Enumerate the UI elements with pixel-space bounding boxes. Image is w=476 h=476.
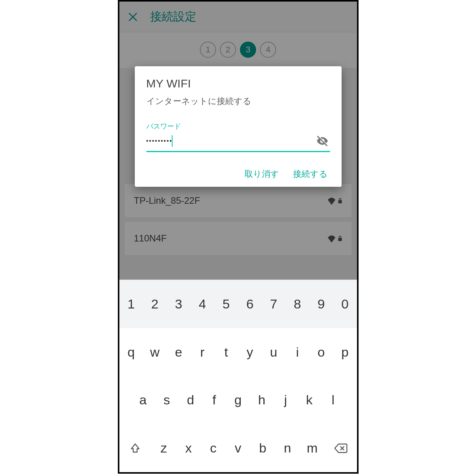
- key-d[interactable]: d: [179, 376, 203, 424]
- key-n[interactable]: n: [275, 424, 300, 472]
- list-item[interactable]: TP-Link_85-22F: [125, 184, 352, 217]
- key-x[interactable]: x: [176, 424, 201, 472]
- phone-frame: 接続設定 1 2 3 4 TP-Link_85-22F 110N4F: [118, 0, 359, 474]
- key-2[interactable]: 2: [143, 280, 167, 328]
- network-ssid: TP-Link_85-22F: [134, 195, 200, 206]
- key-u[interactable]: u: [262, 328, 286, 376]
- stepper: 1 2 3 4: [119, 32, 357, 68]
- key-y[interactable]: y: [238, 328, 262, 376]
- key-3[interactable]: 3: [167, 280, 191, 328]
- wifi-secured-icon: [326, 234, 342, 243]
- keyboard-row-mid: a s d f g h j k l: [119, 376, 357, 424]
- key-s[interactable]: s: [155, 376, 179, 424]
- key-v[interactable]: v: [226, 424, 250, 472]
- key-q[interactable]: q: [119, 328, 143, 376]
- password-field-row: •••••••••: [146, 133, 330, 152]
- key-e[interactable]: e: [167, 328, 191, 376]
- dialog-subtitle: インターネットに接続する: [146, 96, 330, 107]
- step-2: 2: [220, 42, 236, 58]
- key-z[interactable]: z: [151, 424, 176, 472]
- key-k[interactable]: k: [297, 376, 321, 424]
- svg-rect-3: [338, 238, 342, 241]
- soft-keyboard: 1 2 3 4 5 6 7 8 9 0 q w e r t y u i o p …: [119, 280, 357, 472]
- key-0[interactable]: 0: [333, 280, 357, 328]
- key-w[interactable]: w: [143, 328, 167, 376]
- password-input[interactable]: •••••••••: [146, 137, 173, 144]
- key-6[interactable]: 6: [238, 280, 262, 328]
- dialog-title: MY WIFI: [146, 77, 330, 90]
- key-r[interactable]: r: [191, 328, 215, 376]
- key-5[interactable]: 5: [214, 280, 238, 328]
- visibility-toggle-icon[interactable]: [315, 133, 330, 149]
- backspace-key[interactable]: [325, 443, 357, 454]
- svg-rect-2: [338, 200, 342, 203]
- key-f[interactable]: f: [202, 376, 226, 424]
- step-3: 3: [240, 42, 256, 58]
- key-j[interactable]: j: [274, 376, 298, 424]
- shift-key[interactable]: [119, 442, 152, 454]
- key-h[interactable]: h: [250, 376, 274, 424]
- connect-button[interactable]: 接続する: [293, 168, 328, 180]
- key-i[interactable]: i: [285, 328, 309, 376]
- key-b[interactable]: b: [250, 424, 275, 472]
- step-1: 1: [200, 42, 216, 58]
- key-7[interactable]: 7: [262, 280, 286, 328]
- text-caret: [172, 135, 173, 147]
- key-p[interactable]: p: [333, 328, 357, 376]
- list-item[interactable]: 110N4F: [125, 222, 352, 255]
- page-title: 接続設定: [150, 9, 196, 25]
- dialog-actions: 取り消す 接続する: [146, 168, 330, 180]
- wifi-secured-icon: [326, 196, 342, 205]
- keyboard-row-top: q w e r t y u i o p: [119, 328, 357, 376]
- cancel-button[interactable]: 取り消す: [245, 168, 279, 180]
- key-1[interactable]: 1: [119, 280, 143, 328]
- password-label: パスワード: [146, 122, 330, 131]
- key-4[interactable]: 4: [191, 280, 215, 328]
- network-ssid: 110N4F: [134, 233, 167, 244]
- key-8[interactable]: 8: [285, 280, 309, 328]
- wifi-password-dialog: MY WIFI インターネットに接続する パスワード ••••••••• 取り消…: [135, 66, 342, 187]
- key-c[interactable]: c: [201, 424, 226, 472]
- key-m[interactable]: m: [300, 424, 325, 472]
- step-4: 4: [260, 42, 276, 58]
- key-o[interactable]: o: [309, 328, 333, 376]
- key-a[interactable]: a: [131, 376, 155, 424]
- key-l[interactable]: l: [321, 376, 345, 424]
- close-icon[interactable]: [126, 10, 139, 23]
- key-9[interactable]: 9: [309, 280, 333, 328]
- keyboard-row-bottom: z x c v b n m: [119, 424, 357, 472]
- key-t[interactable]: t: [214, 328, 238, 376]
- key-g[interactable]: g: [226, 376, 250, 424]
- keyboard-row-numbers: 1 2 3 4 5 6 7 8 9 0: [119, 280, 357, 328]
- app-header: 接続設定: [119, 2, 357, 32]
